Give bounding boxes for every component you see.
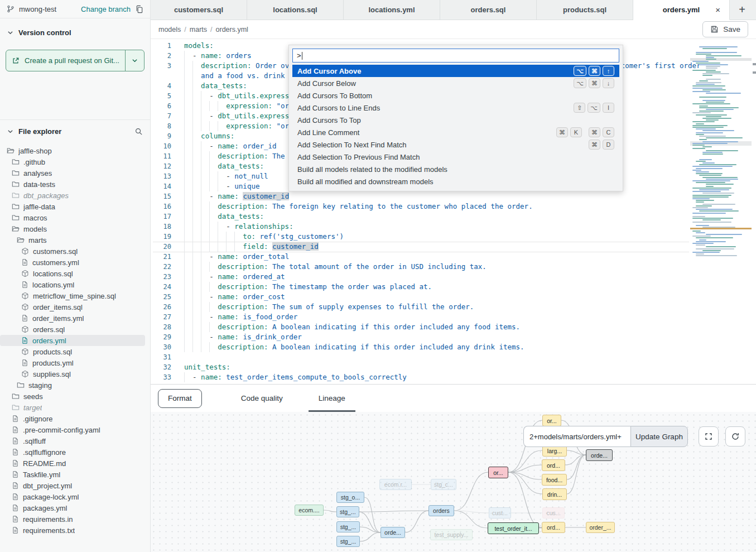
copy-icon[interactable] [135, 5, 143, 13]
file-tree-item-jaffle-data[interactable]: jaffle-data [0, 201, 150, 212]
file-tree-item-dbt_packages[interactable]: dbt_packages [0, 190, 150, 201]
new-tab-button[interactable]: + [730, 0, 754, 20]
palette-item-build-all-modified-and-downstream-models[interactable]: Build all modified and downstream models [292, 175, 619, 188]
lineage-node-cus[interactable]: cus... [542, 507, 565, 519]
lineage-node-stg_o[interactable]: stg_o... [336, 492, 364, 503]
lineage-node-stg_[interactable]: stg_... [336, 536, 360, 547]
breadcrumb-item[interactable]: marts [190, 26, 207, 33]
lineage-node-food[interactable]: food... [542, 474, 567, 486]
lineage-node-cust[interactable]: cust... [489, 507, 511, 519]
code-line[interactable]: 23 - name: ordered_at [151, 272, 756, 282]
lineage-node-test_supply[interactable]: test_supply... [430, 529, 473, 540]
file-tree-item-requirements.txt[interactable]: requirements.txt [0, 525, 150, 536]
file-tree-item-order_items.sql[interactable]: order_items.sql [0, 301, 150, 313]
file-tree-item-data-tests[interactable]: data-tests [0, 179, 150, 190]
lineage-node-drin[interactable]: drin... [542, 488, 567, 500]
code-line[interactable]: 30 description: A boolean indicating if … [151, 342, 756, 352]
close-icon[interactable]: × [715, 5, 720, 15]
lineage-node-ord[interactable]: ord... [542, 522, 565, 533]
fullscreen-button[interactable] [699, 426, 719, 447]
breadcrumb-item[interactable]: models [158, 26, 181, 33]
palette-item-add-cursors-to-bottom[interactable]: Add Cursors To Bottom [292, 89, 619, 102]
file-tree-item-order_items.yml[interactable]: order_items.yml [0, 313, 150, 324]
tab-orders.yml[interactable]: orders.yml× [633, 0, 730, 20]
file-tree-item-Taskfile.yml[interactable]: Taskfile.yml [0, 469, 150, 480]
lineage-node-stg_[interactable]: stg_... [336, 521, 360, 532]
refresh-button[interactable] [725, 426, 745, 447]
palette-item-build-all-models-related-to-the-modified-models[interactable]: Build all models related to the modified… [292, 163, 619, 175]
tab-customers.sql[interactable]: customers.sql [151, 0, 247, 20]
lineage-node-or[interactable]: or... [488, 467, 508, 478]
file-tree-item-requirements.in[interactable]: requirements.in [0, 513, 150, 525]
code-line[interactable]: 33 - name: test_order_items_compute_to_b… [151, 372, 756, 382]
tab-lineage[interactable]: Lineage [314, 385, 350, 412]
palette-item-add-selection-to-next-find-match[interactable]: Add Selection To Next Find Match⌘D [292, 138, 619, 151]
file-tree-item-packages.yml[interactable]: packages.yml [0, 502, 150, 513]
lineage-canvas[interactable]: 2+models/marts/orders.yml+ Update Graph … [151, 412, 756, 552]
file-tree-item-.pre-commit-config.yaml[interactable]: .pre-commit-config.yaml [0, 424, 150, 435]
lineage-node-ord[interactable]: ord... [542, 459, 565, 471]
breadcrumb-item[interactable]: orders.yml [216, 26, 248, 33]
file-tree-item-products.sql[interactable]: products.sql [0, 346, 150, 357]
change-branch-link[interactable]: Change branch [81, 5, 131, 13]
palette-item-add-selection-to-previous-find-match[interactable]: Add Selection To Previous Find Match [292, 151, 619, 163]
file-tree-item-locations.yml[interactable]: locations.yml [0, 279, 150, 290]
update-graph-button[interactable]: Update Graph [630, 426, 688, 447]
lineage-node-test_order_it[interactable]: test_order_it... [488, 522, 539, 534]
file-tree-item-.github[interactable]: .github [0, 156, 150, 167]
file-tree-item-seeds[interactable]: seeds [0, 391, 150, 402]
version-control-header[interactable]: Version control [0, 25, 150, 40]
lineage-selector-input[interactable]: 2+models/marts/orders.yml+ [523, 426, 630, 447]
file-tree-item-analyses[interactable]: analyses [0, 167, 150, 179]
minimap[interactable] [690, 46, 752, 261]
command-palette-input[interactable]: > [292, 49, 619, 63]
file-tree-item-macros[interactable]: macros [0, 212, 150, 223]
file-tree-item-products.yml[interactable]: products.yml [0, 357, 150, 368]
code-line[interactable]: 29 - name: is_drink_order [151, 332, 756, 342]
code-line[interactable]: 15 - name: customer_id [151, 191, 756, 201]
code-line[interactable]: 16 description: The foreign key relating… [151, 201, 756, 212]
code-line[interactable]: 31 [151, 352, 756, 362]
file-explorer-header[interactable]: File explorer [0, 124, 150, 138]
file-tree-item-README.md[interactable]: README.md [0, 458, 150, 469]
code-line[interactable]: 22 description: The total amount of the … [151, 262, 756, 272]
palette-item-add-cursors-to-top[interactable]: Add Cursors To Top [292, 114, 619, 126]
lineage-node-ecom[interactable]: ecom.... [295, 505, 324, 516]
save-button[interactable]: Save [702, 21, 748, 37]
lineage-node-stg_[interactable]: stg_... [336, 506, 359, 517]
file-tree-item-marts[interactable]: marts [0, 234, 150, 246]
file-tree-item-locations.sql[interactable]: locations.sql [0, 268, 150, 279]
code-line[interactable]: 20 field: customer_id [151, 242, 756, 252]
tab-code-quality[interactable]: Code quality [237, 385, 287, 412]
create-pr-button[interactable]: Create a pull request on Git... [6, 50, 145, 71]
lineage-node-or[interactable]: or... [542, 415, 561, 426]
code-line[interactable]: 18 - relationships: [151, 222, 756, 232]
palette-item-add-cursor-above[interactable]: Add Cursor Above⌥⌘↑ [292, 65, 619, 77]
code-line[interactable]: 27 - name: is_food_order [151, 312, 756, 322]
palette-item-add-cursor-below[interactable]: Add Cursor Below⌥⌘↓ [292, 77, 619, 89]
file-tree-item-customers.sql[interactable]: customers.sql [0, 246, 150, 257]
code-line[interactable]: 25 - name: order_cost [151, 292, 756, 302]
lineage-node-order_[interactable]: order_... [586, 522, 615, 533]
tab-locations.yml[interactable]: locations.yml [344, 0, 440, 20]
file-tree-item-dbt_project.yml[interactable]: dbt_project.yml [0, 480, 150, 491]
code-editor[interactable]: 1models:2 - name: orders3 description: O… [151, 39, 756, 384]
code-line[interactable]: 17 data_tests: [151, 212, 756, 222]
search-icon[interactable] [134, 127, 143, 136]
pr-button-caret[interactable] [126, 50, 144, 71]
code-line[interactable]: 19 to: ref('stg_customers') [151, 232, 756, 242]
code-line[interactable]: 21 - name: order_total [151, 252, 756, 262]
file-tree-item-staging[interactable]: staging [0, 380, 150, 391]
lineage-node-orde[interactable]: orde... [586, 449, 613, 461]
file-tree-item-jaffle-shop[interactable]: jaffle-shop [0, 145, 150, 156]
code-line[interactable]: 24 description: The timestamp the order … [151, 282, 756, 292]
palette-item-add-line-comment[interactable]: Add Line Comment⌘K⌘C [292, 126, 619, 138]
tab-locations.sql[interactable]: locations.sql [247, 0, 344, 20]
file-tree-item-.sqlfluffignore[interactable]: .sqlfluffignore [0, 447, 150, 458]
lineage-node-ecomr[interactable]: ecom.r... [379, 479, 412, 490]
palette-item-add-cursors-to-line-ends[interactable]: Add Cursors to Line Ends⇧⌥I [292, 102, 619, 114]
file-tree-item-supplies.sql[interactable]: supplies.sql [0, 368, 150, 380]
code-line[interactable]: 26 description: The sum of supply expens… [151, 302, 756, 312]
lineage-node-stg_c[interactable]: stg_c... [431, 479, 456, 490]
file-tree-item-models[interactable]: models [0, 223, 150, 234]
